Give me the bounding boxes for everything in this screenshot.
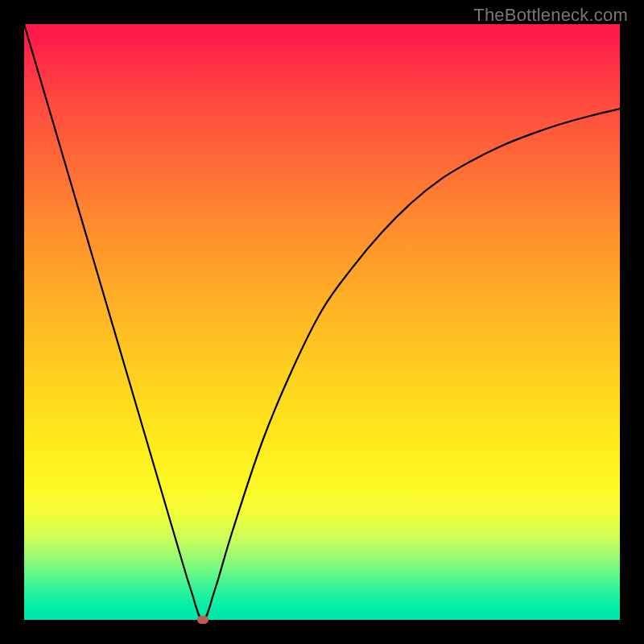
bottleneck-curve xyxy=(24,24,620,620)
plot-area xyxy=(24,24,620,620)
watermark-text: TheBottleneck.com xyxy=(473,5,628,26)
curve-svg xyxy=(24,24,620,620)
optimum-marker xyxy=(197,616,208,624)
chart-container: TheBottleneck.com xyxy=(0,0,644,644)
